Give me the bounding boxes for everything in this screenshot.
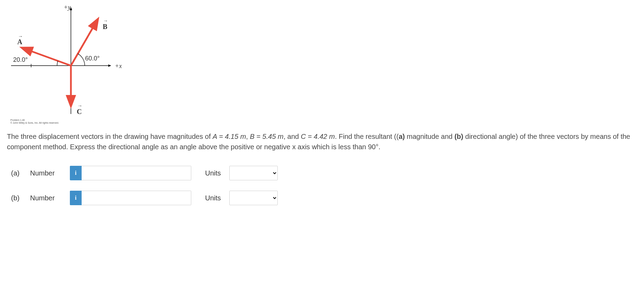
p-txt-4: . Find the resultant (( bbox=[335, 133, 399, 140]
part-b-label: (b) bbox=[11, 193, 30, 203]
angle-label-A: 20.0° bbox=[13, 55, 28, 65]
p-C: C = 4.42 m bbox=[301, 133, 335, 140]
p-txt-2: , bbox=[246, 133, 250, 140]
answer-row-a: (a) Number i Units bbox=[11, 166, 637, 180]
figure-copyright: Problem 1.46 © John Wiley & Sons, Inc. A… bbox=[10, 119, 59, 125]
vector-diagram: +y +x → A → B → C 20.0° 60.0° Problem 1.… bbox=[7, 3, 125, 124]
p-bold-a: a) bbox=[399, 133, 405, 140]
copyright-line2: © John Wiley & Sons, Inc. All rights res… bbox=[10, 122, 59, 124]
axis-label-plus-x: +x bbox=[115, 61, 122, 71]
info-icon-b[interactable]: i bbox=[70, 191, 82, 205]
p-txt-5: magnitude and bbox=[405, 133, 454, 140]
answer-row-b: (b) Number i Units bbox=[11, 191, 637, 205]
problem-statement: The three displacement vectors in the dr… bbox=[7, 131, 636, 152]
p-txt-1: The three displacement vectors in the dr… bbox=[7, 133, 213, 140]
vector-label-A: A bbox=[17, 37, 22, 47]
copyright-line1: Problem 1.46 bbox=[10, 119, 59, 122]
number-input-a[interactable] bbox=[82, 166, 191, 180]
number-label-a: Number bbox=[30, 168, 70, 178]
svg-line-2 bbox=[22, 48, 71, 66]
axis-label-plus-y: +y bbox=[64, 3, 71, 12]
number-input-b[interactable] bbox=[82, 191, 191, 205]
angle-label-B: 60.0° bbox=[85, 54, 100, 63]
units-select-a[interactable] bbox=[229, 166, 278, 180]
p-B: B = 5.45 m bbox=[250, 133, 283, 140]
units-select-b[interactable] bbox=[229, 191, 278, 205]
answer-area: (a) Number i Units (b) Number i Units bbox=[7, 166, 637, 205]
units-label-b: Units bbox=[205, 193, 221, 203]
info-icon-a[interactable]: i bbox=[70, 166, 82, 180]
number-label-b: Number bbox=[30, 193, 70, 203]
part-a-label: (a) bbox=[11, 168, 30, 178]
vector-label-B: B bbox=[103, 21, 107, 32]
p-txt-3: , and bbox=[284, 133, 301, 140]
p-bold-b: (b) bbox=[454, 133, 463, 140]
units-label-a: Units bbox=[205, 168, 221, 178]
vector-label-C: C bbox=[77, 106, 82, 117]
p-A: A = 4.15 m bbox=[213, 133, 246, 140]
